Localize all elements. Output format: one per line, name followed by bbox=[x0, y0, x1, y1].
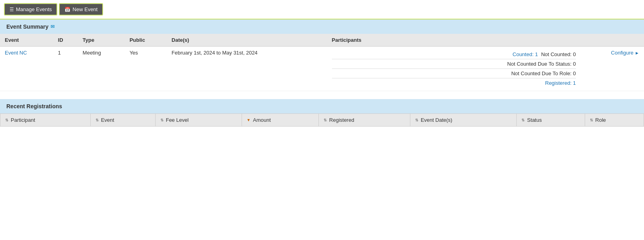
new-event-label: New Event bbox=[72, 6, 98, 12]
reg-col-amount[interactable]: ▼ Amount bbox=[242, 114, 318, 127]
event-type-cell: Meeting bbox=[78, 47, 125, 91]
event-id-cell: 1 bbox=[53, 47, 78, 91]
event-summary-header: Event Summary ✉ bbox=[0, 20, 644, 34]
new-event-button[interactable]: 📅 New Event bbox=[59, 3, 103, 16]
info-icon[interactable]: ✉ bbox=[51, 24, 55, 29]
registered-row: Registered: 1 bbox=[332, 78, 576, 88]
reg-col-registered[interactable]: ⇅ Registered bbox=[319, 114, 410, 127]
manage-events-button[interactable]: ☰ Manage Events bbox=[4, 3, 57, 16]
event-dates: February 1st, 2024 to May 31st, 2024 bbox=[172, 50, 258, 56]
col-status-label: Status bbox=[527, 117, 542, 123]
reg-col-role[interactable]: ⇅ Role bbox=[585, 114, 644, 127]
event-name-cell: Event NC bbox=[0, 47, 53, 91]
col-event: Event bbox=[0, 34, 53, 47]
reg-col-eventdates[interactable]: ⇅ Event Date(s) bbox=[410, 114, 516, 127]
not-counted-role: Not Counted Due To Role: 0 bbox=[511, 70, 576, 76]
col-registered-label: Registered bbox=[329, 117, 354, 123]
col-dates: Date(s) bbox=[167, 34, 327, 47]
event-dates-cell: February 1st, 2024 to May 31st, 2024 bbox=[167, 47, 327, 91]
event-id: 1 bbox=[58, 50, 61, 56]
recent-registrations-title: Recent Registrations bbox=[6, 103, 62, 109]
event-summary-table: Event ID Type Public Date(s) Participant… bbox=[0, 34, 644, 91]
not-counted-status: Not Counted Due To Status: 0 bbox=[507, 61, 576, 67]
col-role-label: Role bbox=[595, 117, 606, 123]
not-counted-status-row: Not Counted Due To Status: 0 bbox=[332, 59, 576, 69]
configure-cell: Configure ► bbox=[581, 47, 644, 91]
configure-arrow-icon: ► bbox=[635, 51, 639, 55]
not-counted-role-row: Not Counted Due To Role: 0 bbox=[332, 69, 576, 78]
reg-col-event[interactable]: ⇅ Event bbox=[90, 114, 155, 127]
manage-events-label: Manage Events bbox=[16, 6, 52, 12]
col-id: ID bbox=[53, 34, 78, 47]
reg-col-status[interactable]: ⇅ Status bbox=[517, 114, 585, 127]
counted-row: Counted: 1 Not Counted: 0 bbox=[332, 50, 576, 59]
reg-table-header-row: ⇅ Participant ⇅ Event ⇅ Fee Level bbox=[0, 114, 644, 127]
col-amount-label: Amount bbox=[253, 117, 271, 123]
event-summary-section: Event Summary ✉ Event ID Type Public Dat… bbox=[0, 20, 644, 91]
col-feelevel-label: Fee Level bbox=[166, 117, 189, 123]
reg-col-feelevel[interactable]: ⇅ Fee Level bbox=[155, 114, 242, 127]
col-event-label: Event bbox=[101, 117, 114, 123]
col-eventdates-label: Event Date(s) bbox=[421, 117, 452, 123]
table-row: Event NC 1 Meeting Yes February 1st, 202… bbox=[0, 47, 644, 91]
recent-registrations-header: Recent Registrations bbox=[0, 99, 644, 113]
col-type: Type bbox=[78, 34, 125, 47]
new-event-icon: 📅 bbox=[64, 7, 70, 12]
sort-event-icon: ⇅ bbox=[96, 118, 99, 122]
recent-registrations-section: Recent Registrations ⇅ Participant ⇅ Eve… bbox=[0, 99, 644, 127]
sort-eventdates-icon: ⇅ bbox=[415, 118, 418, 122]
col-participant-label: Participant bbox=[11, 117, 35, 123]
event-public-cell: Yes bbox=[125, 47, 167, 91]
sort-status-icon: ⇅ bbox=[521, 118, 525, 122]
manage-events-icon: ☰ bbox=[10, 7, 14, 12]
sort-registered-icon: ⇅ bbox=[324, 118, 327, 122]
configure-label: Configure bbox=[611, 50, 633, 56]
event-type: Meeting bbox=[83, 50, 101, 56]
event-summary-title: Event Summary bbox=[6, 23, 49, 30]
sort-amount-icon: ▼ bbox=[247, 118, 251, 122]
col-participants: Participants bbox=[327, 34, 644, 47]
col-public: Public bbox=[125, 34, 167, 47]
event-name-link[interactable]: Event NC bbox=[5, 50, 27, 56]
configure-link[interactable]: Configure ► bbox=[611, 50, 639, 56]
participants-cell: Counted: 1 Not Counted: 0 Not Counted Du… bbox=[327, 47, 581, 91]
registered-link[interactable]: Registered: 1 bbox=[545, 80, 576, 86]
not-counted-label: Not Counted: 0 bbox=[541, 51, 576, 57]
sort-role-icon: ⇅ bbox=[590, 118, 593, 122]
sort-feelevel-icon: ⇅ bbox=[160, 118, 164, 122]
recent-registrations-table: ⇅ Participant ⇅ Event ⇅ Fee Level bbox=[0, 113, 644, 127]
event-public: Yes bbox=[129, 50, 138, 56]
reg-col-participant[interactable]: ⇅ Participant bbox=[0, 114, 91, 127]
sort-participant-icon: ⇅ bbox=[5, 118, 8, 122]
event-table-header-row: Event ID Type Public Date(s) Participant… bbox=[0, 34, 644, 47]
counted-link[interactable]: Counted: 1 bbox=[513, 51, 538, 57]
toolbar: ☰ Manage Events 📅 New Event bbox=[0, 0, 644, 20]
